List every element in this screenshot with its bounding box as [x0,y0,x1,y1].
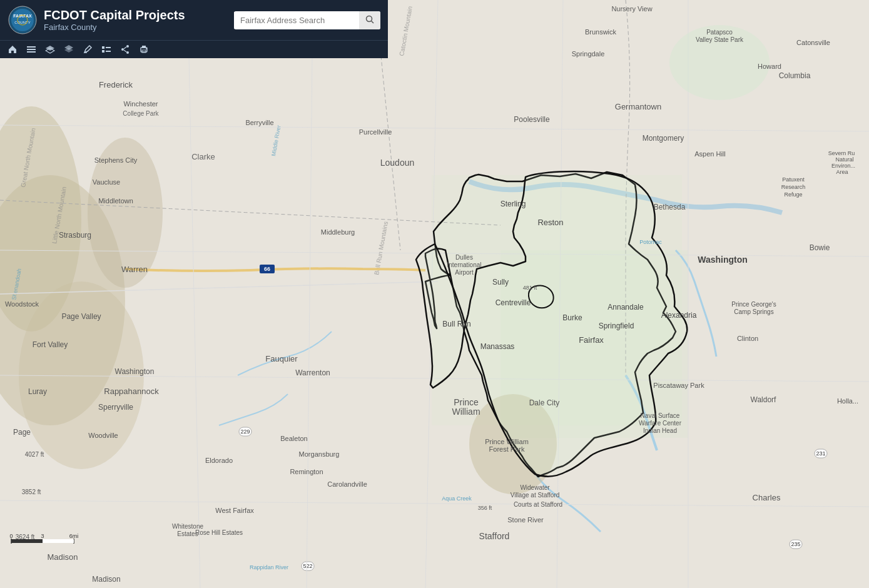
svg-text:235: 235 [791,541,800,547]
svg-text:Poolesville: Poolesville [514,115,550,124]
svg-text:Stephens City: Stephens City [94,156,138,164]
svg-text:Springdale: Springdale [572,50,605,58]
svg-rect-152 [27,51,36,53]
svg-text:Loudoun: Loudoun [380,158,415,168]
svg-text:66: 66 [264,266,270,272]
svg-text:Bowie: Bowie [810,243,830,252]
legend-icon[interactable] [101,44,111,54]
svg-text:Sperryville: Sperryville [98,403,133,412]
print-icon[interactable] [139,44,149,54]
svg-text:Prince: Prince [454,397,479,407]
svg-text:Winchester: Winchester [123,100,158,108]
svg-text:Madison: Madison [92,575,120,584]
svg-text:Catonsville: Catonsville [796,39,830,46]
svg-text:Purcellville: Purcellville [359,128,392,136]
svg-text:Howard: Howard [758,63,781,70]
svg-text:Sterling: Sterling [501,200,526,208]
svg-text:3852 ft: 3852 ft [22,489,41,495]
svg-point-163 [121,48,124,51]
svg-text:6mi: 6mi [69,533,79,539]
svg-text:Carolandville: Carolandville [327,480,367,488]
svg-rect-151 [27,49,36,50]
svg-text:Warfare Center: Warfare Center [639,420,682,427]
app-header: FAIRFAX COUNTY FCDOT Capital Projects Fa… [0,0,388,58]
svg-text:Berryville: Berryville [245,119,273,126]
map-container: Bull Run Mountains Catoctin Mountain Gre… [0,0,869,588]
svg-text:Vaucluse: Vaucluse [93,178,120,186]
svg-text:Refuge: Refuge [784,191,802,198]
svg-line-149 [372,21,374,23]
svg-text:Piscataway Park: Piscataway Park [653,382,704,389]
svg-text:Severn Ru: Severn Ru [828,150,855,156]
svg-text:Morgansburg: Morgansburg [299,450,340,458]
svg-text:Manassas: Manassas [480,342,515,351]
svg-text:Charles: Charles [753,493,781,502]
svg-text:Bull Run: Bull Run [442,320,470,328]
svg-text:Brunswick: Brunswick [585,28,617,36]
svg-text:4027 ft: 4027 ft [25,451,44,458]
svg-text:Washington: Washington [115,367,155,376]
svg-text:Woodstock: Woodstock [5,300,39,308]
svg-text:Reston: Reston [537,218,563,227]
search-button[interactable] [359,11,380,29]
list-icon[interactable] [26,44,36,54]
svg-text:Burke: Burke [562,313,582,322]
svg-text:Aqua Creek: Aqua Creek [442,495,472,502]
search-icon [365,15,374,24]
svg-text:Middleburg: Middleburg [321,228,355,236]
svg-text:Rappidan River: Rappidan River [250,564,288,570]
svg-text:FAIRFAX: FAIRFAX [13,14,32,18]
svg-point-148 [367,16,372,21]
svg-text:Fort Valley: Fort Valley [33,340,68,349]
svg-text:Patuxent: Patuxent [782,176,805,183]
svg-rect-158 [102,46,104,49]
svg-text:Stone River: Stone River [507,516,544,524]
svg-text:481 ft: 481 ft [523,285,537,291]
svg-rect-150 [27,46,36,48]
share-icon[interactable] [120,44,130,54]
search-input[interactable] [234,12,359,29]
svg-text:Centreville: Centreville [495,298,531,307]
svg-text:3: 3 [41,533,44,539]
svg-text:Waldorf: Waldorf [751,395,777,404]
layers-icon[interactable] [45,44,55,54]
app-subtitle: Fairfax County [44,23,185,32]
svg-text:Frederick: Frederick [99,80,133,89]
svg-text:Patapsco: Patapsco [706,29,733,36]
svg-text:Fauquier: Fauquier [265,354,298,363]
svg-text:Prince George's: Prince George's [731,301,776,308]
svg-point-170 [146,48,147,49]
svg-text:Fairfax: Fairfax [579,335,604,345]
svg-text:Middletown: Middletown [98,197,133,205]
svg-text:Germantown: Germantown [615,102,661,111]
svg-text:Valley State Park: Valley State Park [696,36,744,43]
svg-text:Airport: Airport [455,269,474,276]
svg-text:Nursery View: Nursery View [611,5,652,13]
svg-line-165 [124,47,126,49]
svg-text:Courts at Stafford: Courts at Stafford [514,501,562,508]
draw-icon[interactable] [83,44,93,54]
svg-rect-160 [102,50,104,53]
svg-text:Rose Hill Estates: Rose Hill Estates [195,529,243,536]
svg-text:Rappahannock: Rappahannock [104,387,159,396]
svg-text:356 ft: 356 ft [478,505,492,511]
svg-text:Washington: Washington [698,255,748,265]
svg-text:International: International [447,261,481,268]
svg-text:522: 522 [303,563,312,569]
svg-text:Environ...: Environ... [831,163,855,169]
svg-text:231: 231 [816,450,825,457]
svg-text:College Park: College Park [123,110,159,117]
svg-text:Columbia: Columbia [779,71,811,80]
svg-text:Warren: Warren [121,265,148,274]
home-icon[interactable] [8,44,18,54]
svg-text:Bethesda: Bethesda [654,203,686,211]
svg-text:West Fairfax: West Fairfax [215,507,254,514]
svg-text:Clarke: Clarke [191,152,215,161]
svg-text:Remington: Remington [290,468,323,475]
svg-text:Dulles: Dulles [455,254,473,261]
svg-text:Stafford: Stafford [479,531,510,541]
svg-text:Widewater: Widewater [520,484,550,491]
svg-text:Luray: Luray [28,387,47,396]
svg-point-164 [126,51,129,54]
basemap-icon[interactable] [64,44,74,54]
